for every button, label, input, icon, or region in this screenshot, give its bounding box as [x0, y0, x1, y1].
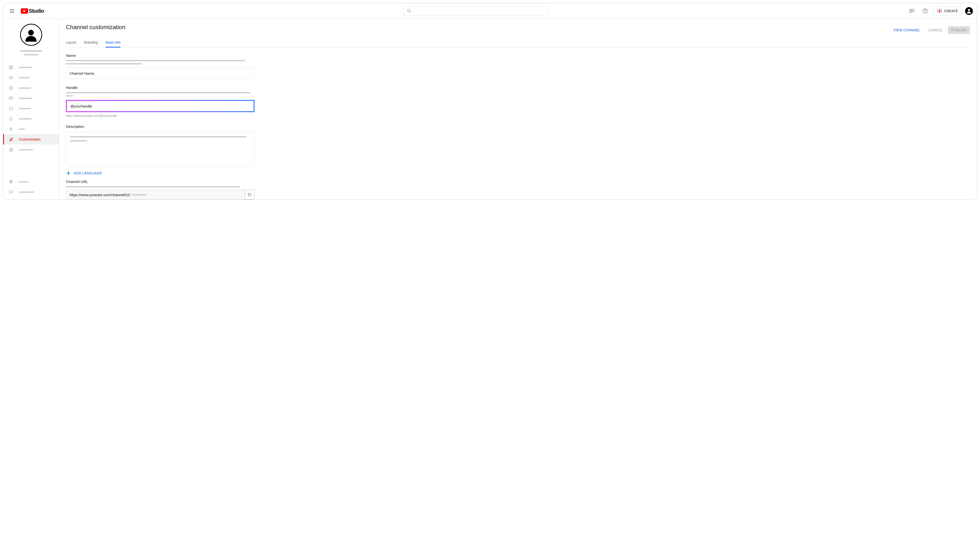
handle-label: Handle: [66, 86, 312, 90]
publish-button: PUBLISH: [948, 26, 970, 34]
description-placeholder: [66, 186, 240, 187]
svg-point-25: [10, 138, 10, 138]
nav-item-dashboard[interactable]: [3, 62, 59, 73]
nav-item-monetization[interactable]: [3, 124, 59, 134]
tab-layout[interactable]: Layout: [66, 38, 76, 47]
create-label: CREATE: [944, 9, 958, 13]
menu-button[interactable]: [7, 6, 17, 16]
comments-icon: [9, 96, 13, 101]
content-area: Name Channel Name Handle @yourhandle htt: [59, 48, 319, 200]
url-id-placeholder: [132, 194, 147, 195]
svg-point-31: [11, 181, 12, 183]
top-header: Studio CREATE: [3, 3, 977, 19]
description-placeholder: [66, 60, 245, 61]
nav-label-placeholder: [19, 129, 25, 130]
content-icon: [9, 75, 13, 80]
svg-rect-34: [249, 194, 251, 196]
add-language-label: ADD LANGUAGE: [74, 171, 102, 175]
handle-input[interactable]: @yourhandle: [66, 100, 255, 112]
channel-url-label: Channel URL: [66, 179, 312, 184]
channel-name-value: Channel Name: [70, 71, 94, 75]
feedback-button[interactable]: [907, 6, 917, 16]
nav-label-placeholder: [19, 87, 31, 89]
nav-item-feedback[interactable]: [3, 187, 59, 197]
nav-item-copyright[interactable]: [3, 114, 59, 124]
view-channel-button[interactable]: VIEW CHANNEL: [890, 26, 924, 34]
sidebar-nav: Customization: [3, 62, 59, 176]
channel-url-value: https://www.youtube.com/channel/UC: [70, 193, 130, 197]
add-language-button[interactable]: ADD LANGUAGE: [66, 171, 312, 176]
section-channel-url: Channel URL https://www.youtube.com/chan…: [66, 179, 312, 200]
tab-branding[interactable]: Branding: [84, 38, 98, 47]
svg-marker-13: [11, 77, 12, 78]
search-container: [48, 6, 903, 16]
nav-label-placeholder: [19, 77, 30, 78]
nav-item-content[interactable]: [3, 73, 59, 83]
nav-item-settings[interactable]: [3, 176, 59, 187]
audio-icon: [9, 147, 13, 152]
description-label: Description: [66, 124, 312, 129]
description-placeholder: [70, 136, 247, 137]
page-title: Channel customization: [66, 24, 126, 30]
search-input[interactable]: [403, 6, 548, 16]
name-label: Name: [66, 53, 312, 57]
nav-item-analytics[interactable]: [3, 83, 59, 93]
svg-point-26: [12, 140, 13, 141]
chat-icon: [909, 8, 915, 14]
copy-url-button[interactable]: [245, 190, 255, 200]
nav-item-subtitles[interactable]: [3, 103, 59, 114]
nav-item-comments[interactable]: [3, 93, 59, 103]
svg-rect-11: [11, 68, 13, 69]
section-description: Description ADD LANGUAGE: [66, 124, 312, 176]
title-row: Channel customization VIEW CHANNEL CANCE…: [66, 24, 970, 34]
action-buttons: VIEW CHANNEL CANCEL PUBLISH: [890, 26, 970, 34]
sidebar-bottom: [3, 176, 59, 200]
svg-point-0: [407, 9, 410, 12]
help-icon: [923, 8, 928, 14]
tab-basic-info[interactable]: Basic info: [106, 38, 121, 47]
svg-rect-20: [9, 107, 13, 110]
copyright-icon: [9, 116, 13, 121]
app-window: Studio CREATE: [3, 3, 977, 200]
main-content: Channel customization VIEW CHANNEL CANCE…: [59, 19, 977, 200]
nav-label-placeholder: [19, 67, 32, 68]
svg-rect-8: [9, 66, 11, 67]
svg-point-23: [9, 117, 13, 121]
search-icon: [407, 9, 411, 13]
header-actions: CREATE: [907, 6, 973, 16]
svg-point-7: [28, 30, 34, 35]
nav-item-audio[interactable]: [3, 144, 59, 155]
channel-avatar[interactable]: [20, 24, 42, 46]
description-textarea[interactable]: [66, 132, 255, 166]
sidebar-profile: [3, 19, 59, 58]
svg-point-27: [12, 138, 13, 138]
create-button[interactable]: CREATE: [934, 6, 962, 16]
gear-icon: [9, 179, 13, 184]
youtube-icon: [21, 8, 28, 14]
svg-rect-12: [9, 76, 13, 79]
dashboard-icon: [9, 65, 13, 70]
description-placeholder: [66, 95, 73, 97]
account-avatar[interactable]: [965, 7, 973, 15]
channel-name-input[interactable]: Channel Name: [66, 68, 255, 79]
channel-name-placeholder: [20, 50, 42, 52]
main-header: Channel customization VIEW CHANNEL CANCE…: [59, 19, 977, 48]
create-plus-icon: [937, 9, 942, 13]
channel-url-input[interactable]: https://www.youtube.com/channel/UC: [66, 190, 255, 200]
svg-rect-9: [11, 66, 13, 67]
hamburger-icon: [10, 9, 14, 13]
subtitles-icon: [9, 106, 13, 111]
description-placeholder: [66, 63, 142, 64]
studio-logo[interactable]: Studio: [21, 8, 44, 14]
nav-item-customization[interactable]: Customization: [3, 134, 59, 144]
nav-label-placeholder: [19, 181, 29, 183]
cancel-button[interactable]: CANCEL: [925, 26, 947, 34]
sidebar: Customization: [3, 19, 59, 200]
section-name: Name Channel Name: [66, 53, 312, 79]
handle-helper-text: https://www.youtube.com/@yourhandle: [66, 114, 312, 118]
svg-line-1: [410, 11, 410, 13]
channel-sub-placeholder: [24, 54, 38, 56]
help-button[interactable]: [920, 6, 930, 16]
analytics-icon: [9, 86, 13, 91]
flag-icon: [9, 189, 13, 194]
